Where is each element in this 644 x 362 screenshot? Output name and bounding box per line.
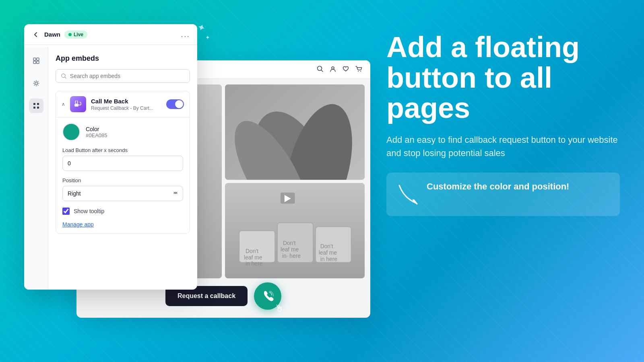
position-field: Position Left Right (62, 177, 183, 201)
app-subtitle: Request Callback - By Cart... (91, 105, 161, 111)
color-hex: #0EA085 (86, 132, 107, 138)
nav-search-icon[interactable] (316, 65, 324, 74)
app-toggle[interactable] (166, 99, 184, 109)
hero-subtext: Add an easy to find callback request but… (386, 133, 620, 160)
svg-rect-6 (37, 103, 39, 105)
svg-rect-3 (37, 61, 39, 64)
svg-rect-7 (33, 107, 35, 109)
color-swatch[interactable] (62, 123, 80, 141)
load-seconds-field: Load Button after x seconds (62, 147, 183, 171)
green-float-button[interactable]: 🖱 (254, 282, 281, 310)
hero-headline: Add a floating button to all pages (386, 32, 620, 123)
collapse-icon[interactable]: ∧ (62, 101, 65, 107)
app-name: Call Me Back (91, 98, 161, 105)
arrow-icon (396, 182, 420, 208)
color-label: Color (86, 126, 107, 132)
customize-text: Customize the color and position! (427, 181, 569, 193)
manage-app-link[interactable]: Manage app (62, 221, 183, 228)
show-tooltip-label: Show tooltip (74, 208, 104, 214)
search-input[interactable] (70, 73, 185, 79)
load-seconds-input[interactable] (62, 156, 183, 171)
photo-top-right (225, 84, 365, 180)
section-title: App embeds (56, 54, 190, 63)
photo-bottom-right: Don't leaf me in here Don't leaf me in· … (225, 183, 365, 278)
editor-topbar: Dawn Live ... (24, 24, 197, 45)
svg-rect-10 (74, 104, 78, 107)
svg-point-13 (358, 71, 359, 72)
svg-point-4 (35, 82, 37, 84)
live-dot (68, 33, 72, 36)
store-nav-icons (316, 65, 362, 74)
back-button[interactable] (31, 30, 40, 39)
svg-point-11 (318, 66, 322, 71)
app-info: Call Me Back Request Callback - By Cart.… (91, 98, 161, 111)
svg-rect-0 (33, 58, 36, 60)
hero-content: Add a floating button to all pages Add a… (386, 32, 620, 216)
sidebar-icon-layout[interactable] (29, 53, 43, 68)
app-embed-header[interactable]: ∧ Call Me Back Request Callback - By Car… (56, 91, 190, 117)
live-badge: Live (64, 31, 87, 39)
show-tooltip-checkbox[interactable] (62, 208, 70, 215)
customize-note: Customize the color and position! (386, 173, 620, 216)
nav-cart-icon[interactable] (355, 65, 362, 74)
svg-text:in here: in here (320, 256, 338, 262)
svg-rect-2 (33, 61, 36, 64)
editor-sidebar (24, 47, 48, 290)
sidebar-icon-apps[interactable] (29, 99, 43, 113)
svg-text:leaf me: leaf me (281, 246, 299, 253)
svg-rect-5 (33, 103, 35, 105)
color-row: Color #0EA085 (62, 123, 183, 141)
svg-point-14 (360, 71, 361, 72)
editor-content: App embeds ∧ (48, 47, 197, 290)
app-embed-item: ∧ Call Me Back Request Callback - By Car… (56, 91, 190, 234)
svg-rect-1 (37, 58, 39, 60)
app-icon (70, 96, 86, 112)
nav-user-icon[interactable] (329, 65, 336, 74)
svg-text:in here: in here (246, 260, 263, 267)
svg-text:Don't: Don't (283, 240, 296, 246)
color-info: Color #0EA085 (86, 126, 107, 138)
search-box (56, 69, 190, 83)
position-select-wrapper: Left Right (62, 186, 183, 201)
app-embed-body: Color #0EA085 Load Button after x second… (56, 117, 190, 233)
nav-wishlist-icon[interactable] (342, 65, 349, 74)
svg-text:leaf me: leaf me (244, 254, 262, 261)
position-select[interactable]: Left Right (62, 186, 183, 201)
load-seconds-label: Load Button after x seconds (62, 147, 183, 153)
show-tooltip-row: Show tooltip (62, 208, 183, 215)
sidebar-icon-settings[interactable] (29, 76, 43, 90)
position-label: Position (62, 177, 183, 183)
cursor-icon: 🖱 (275, 303, 284, 314)
svg-text:in· here: in· here (282, 253, 301, 259)
svg-rect-8 (37, 107, 39, 109)
svg-text:Don't: Don't (246, 248, 258, 254)
phone-icon (261, 290, 274, 302)
svg-point-12 (332, 67, 334, 69)
svg-text:Don't: Don't (320, 243, 333, 249)
theme-name: Dawn (44, 31, 60, 38)
svg-text:leaf me: leaf me (319, 249, 337, 256)
search-icon (61, 73, 67, 79)
editor-panel: Dawn Live ... (24, 24, 197, 290)
more-menu-button[interactable]: ... (181, 30, 190, 39)
